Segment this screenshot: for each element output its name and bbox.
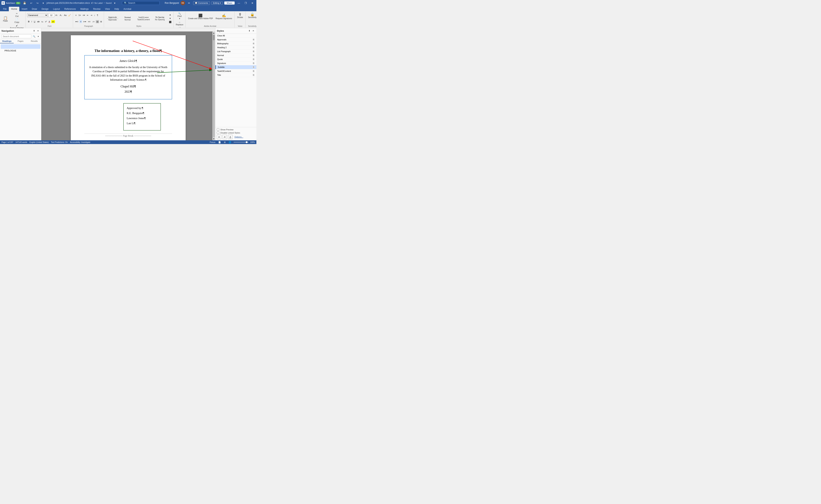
scroll-thumb[interactable] <box>213 34 215 137</box>
style-signature-item[interactable]: Signature ¶ <box>215 61 256 65</box>
minimize-button[interactable]: — <box>236 1 241 5</box>
view-mode-grid[interactable]: ⊞ <box>223 141 226 144</box>
styles-collapse-button[interactable]: ⬆ <box>248 29 251 32</box>
tab-design[interactable]: Design <box>39 7 51 11</box>
tab-view[interactable]: View <box>103 7 112 11</box>
search-options-button[interactable]: ▾ <box>37 35 40 38</box>
tab-file[interactable]: File <box>1 7 9 11</box>
accessibility-info[interactable]: Accessibility: Investigate <box>70 141 90 143</box>
nav-heading-prologue[interactable]: PROLOGUE <box>1 49 40 53</box>
styles-scroll-down[interactable]: ▼ <box>168 17 172 20</box>
style-normal-item[interactable]: Normal ¶ <box>215 53 256 57</box>
share-button[interactable]: Share <box>224 2 235 5</box>
new-style-button[interactable]: A <box>217 135 221 139</box>
shrink-font-button[interactable]: A↓ <box>59 14 63 17</box>
decrease-indent-button[interactable]: ⇤ <box>86 14 89 17</box>
autosave-state[interactable]: On <box>16 2 20 4</box>
shading-button[interactable]: ▤ <box>96 20 99 23</box>
highlight-button[interactable]: ab <box>51 20 55 23</box>
justify-button[interactable]: ≡≡ <box>87 20 91 23</box>
sensitivity-button[interactable]: 🔒 Sensitivity <box>247 12 256 23</box>
align-center-button[interactable]: ≡ <box>79 20 82 23</box>
create-share-pdf-button[interactable]: ⬛ Create and Share Adobe PDF <box>187 13 214 24</box>
increase-indent-button[interactable]: ⇥ <box>90 14 93 17</box>
sort-button[interactable]: ↕ <box>93 14 96 17</box>
editing-badge[interactable]: Editing ▾ <box>211 2 223 5</box>
scroll-down-button[interactable]: ▼ <box>213 138 215 140</box>
bullets-button[interactable]: ≡ <box>74 14 77 17</box>
tab-pages[interactable]: Pages <box>14 39 27 43</box>
bold-button[interactable]: B <box>27 20 30 23</box>
show-formatting-button[interactable]: ¶ <box>96 14 99 17</box>
cut-button[interactable]: ✂ Cut <box>9 12 25 18</box>
pen-icon[interactable]: ✏ <box>186 1 192 5</box>
tab-results[interactable]: Results <box>27 39 41 43</box>
style-approvals-item[interactable]: Approvals ¶ <box>215 38 256 42</box>
tab-layout[interactable]: Layout <box>51 7 62 11</box>
tab-mailings[interactable]: Mailings <box>78 7 91 11</box>
style-quote-item[interactable]: Quote ¶ <box>215 57 256 61</box>
align-right-button[interactable]: ≡➡ <box>82 20 87 23</box>
nav-collapse-button[interactable]: ⬆ <box>32 29 36 32</box>
multilevel-button[interactable]: ≡▾ <box>82 14 86 17</box>
show-preview-checkbox[interactable] <box>217 128 219 131</box>
italic-button[interactable]: I <box>31 20 33 23</box>
tab-help[interactable]: Help <box>112 7 121 11</box>
tab-references[interactable]: References <box>62 7 78 11</box>
manage-style-button[interactable]: A <box>228 135 232 139</box>
zoom-slider[interactable] <box>233 142 248 143</box>
paste-button[interactable]: 📋 Paste <box>2 16 9 26</box>
autosave-toggle[interactable]: AutoSave On <box>6 2 20 4</box>
style-clear-all[interactable]: Clear All <box>215 34 256 38</box>
document-scroll[interactable]: ▲ ▼ <box>41 32 215 140</box>
subscript-button[interactable]: x₂ <box>41 20 44 23</box>
view-mode-page[interactable]: 📄 <box>217 141 222 144</box>
redo-button[interactable]: ↪ <box>35 1 40 5</box>
find-button[interactable]: 🔍 Find ▾ <box>177 12 182 20</box>
save-dropdown[interactable]: ▾ <box>113 1 117 5</box>
copy-button[interactable]: 📄 Copy <box>9 18 25 24</box>
style-title-item[interactable]: Title ¶ <box>215 73 256 77</box>
style-approvals[interactable]: Approvals Approvals <box>105 16 120 21</box>
tab-insert[interactable]: Insert <box>19 7 29 11</box>
clear-format-button[interactable]: 🧹 <box>68 14 72 17</box>
nav-heading-1[interactable] <box>1 44 40 49</box>
grow-font-button[interactable]: A↑ <box>55 14 59 17</box>
numbering-button[interactable]: 1≡ <box>78 14 82 17</box>
borders-button[interactable]: ⊞ <box>99 20 103 23</box>
options-button[interactable]: Options... <box>234 135 244 138</box>
style-subtitle-item[interactable]: Subtitle ¶ <box>215 65 256 69</box>
tab-home[interactable]: Home <box>9 7 19 11</box>
style-bibliography-item[interactable]: Bibliography ¶ <box>215 42 256 46</box>
style-list-paragraph-item[interactable]: List Paragraph ¶ <box>215 50 256 53</box>
font-color-button[interactable]: A <box>48 20 51 23</box>
vertical-scrollbar[interactable]: ▲ ▼ <box>212 32 215 140</box>
nav-close-button[interactable]: ✕ <box>36 29 40 32</box>
style-task03content-item[interactable]: Task03Content ¶ <box>215 69 256 73</box>
undo-button[interactable]: ↩ <box>29 1 34 5</box>
title-search-bar[interactable]: 🔍 Search <box>122 1 159 5</box>
styles-close-button[interactable]: ✕ <box>252 29 255 32</box>
style-normal[interactable]: Normal Normal <box>120 16 135 21</box>
tab-review[interactable]: Review <box>91 7 103 11</box>
style-no-spacing[interactable]: No Spacing No Spacing <box>152 16 167 21</box>
disable-linked-checkbox[interactable] <box>217 131 219 134</box>
view-mode-web[interactable]: 🌐 <box>228 141 232 144</box>
line-spacing-button[interactable]: ↕≡ <box>92 20 95 23</box>
tab-acrobat[interactable]: Acrobat <box>121 7 133 11</box>
style-task03content[interactable]: Task03Content Task03Content <box>135 16 152 21</box>
font-size-input[interactable] <box>48 13 54 17</box>
zoom-thumb[interactable] <box>246 141 247 143</box>
style-heading2-item[interactable]: Heading 2 ¶ <box>215 46 256 50</box>
tab-draw[interactable]: Draw <box>29 7 39 11</box>
focus-button[interactable]: Focus <box>209 141 216 144</box>
font-name-select[interactable]: Garamond <box>27 13 48 17</box>
close-button[interactable]: ✕ <box>250 1 255 5</box>
request-signatures-button[interactable]: ✍ Request Signatures <box>214 13 233 24</box>
customize-qat-button[interactable]: ▾ <box>41 1 45 5</box>
save-to-cloud-button[interactable]: 💾 <box>22 1 28 5</box>
tab-headings[interactable]: Headings <box>0 39 14 43</box>
styles-expand[interactable]: ⬛ <box>168 20 172 24</box>
search-input[interactable] <box>2 35 31 38</box>
restore-button[interactable]: ❐ <box>243 1 248 5</box>
